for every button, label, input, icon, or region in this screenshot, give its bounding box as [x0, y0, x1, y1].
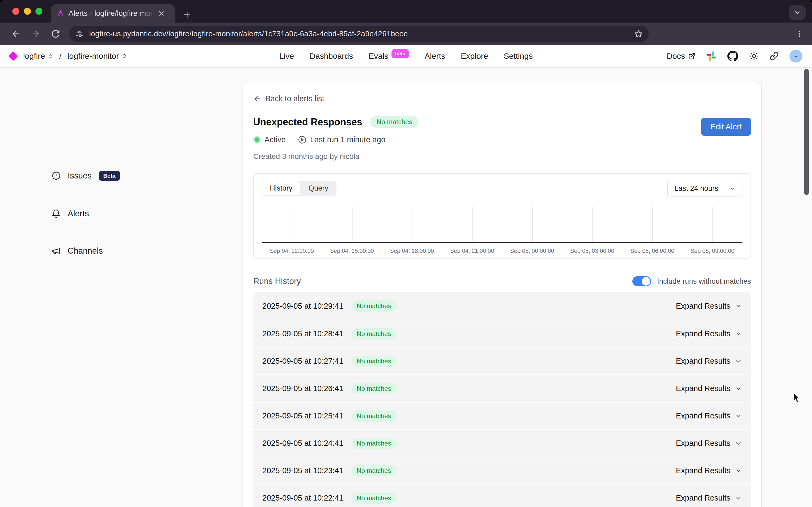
share-link-icon[interactable] — [770, 52, 779, 61]
chevrons-up-down-icon — [48, 53, 53, 59]
run-timestamp: 2025-09-05 at 10:24:41 — [262, 439, 343, 448]
docs-link[interactable]: Docs — [667, 52, 696, 61]
status-row: Active Last run 1 minute ago — [253, 135, 751, 144]
reload-button[interactable] — [47, 25, 64, 43]
expand-results-button[interactable]: Expand Results — [676, 466, 742, 475]
last-run-label: Last run 1 minute ago — [310, 135, 386, 144]
site-info-icon[interactable] — [75, 30, 84, 38]
run-timestamp: 2025-09-05 at 10:23:41 — [262, 466, 343, 475]
expand-results-button[interactable]: Expand Results — [676, 384, 742, 393]
project-selector[interactable]: logfire-monitor — [67, 52, 127, 61]
user-avatar[interactable]: - — [790, 50, 802, 62]
include-runs-toggle[interactable] — [632, 276, 651, 286]
browser-tab-strip: Alerts · logfire/logfire-monitor — [0, 0, 812, 22]
created-by-text: Created 3 months ago by nicola — [253, 152, 751, 161]
run-no-matches-badge: No matches — [351, 465, 396, 476]
topbar-right: Docs - — [667, 50, 802, 62]
time-range-select[interactable]: Last 24 hours — [667, 181, 743, 196]
active-status-dot — [253, 136, 261, 144]
arrow-left-icon — [253, 95, 261, 103]
panel-controls: History Query Last 24 hours — [254, 174, 751, 196]
run-no-matches-badge: No matches — [351, 300, 396, 312]
chevron-down-icon — [735, 440, 742, 447]
expand-results-button[interactable]: Expand Results — [676, 357, 742, 365]
alert-title: Unexpected Responses — [253, 116, 362, 128]
include-runs-toggle-group: Include runs without matches — [632, 276, 751, 286]
scrollbar-thumb[interactable] — [804, 69, 809, 195]
issues-beta-badge: Beta — [99, 171, 120, 181]
forward-button[interactable] — [27, 25, 45, 43]
chevron-down-icon — [735, 302, 742, 309]
run-row: 2025-09-05 at 10:24:41 No matches Expand… — [253, 429, 751, 457]
megaphone-icon — [52, 246, 61, 256]
chart-x-axis-labels: Sep 04, 12:00:00 Sep 04, 15:00:00 Sep 04… — [262, 248, 743, 256]
chevrons-up-down-icon — [121, 53, 127, 59]
expand-results-button[interactable]: Expand Results — [676, 329, 742, 338]
run-no-matches-badge: No matches — [351, 328, 396, 340]
logfire-logo-icon — [8, 51, 18, 61]
tab-search-button[interactable] — [789, 5, 806, 20]
play-circle-icon — [298, 135, 306, 144]
external-link-icon — [688, 53, 696, 60]
slack-icon[interactable] — [706, 51, 716, 61]
new-tab-button[interactable] — [183, 11, 191, 19]
nav-explore[interactable]: Explore — [461, 52, 488, 61]
history-chart — [262, 207, 743, 243]
back-button[interactable] — [7, 25, 25, 43]
traffic-lights — [12, 8, 42, 15]
project-name: logfire-monitor — [67, 52, 119, 61]
chevron-down-icon — [735, 330, 742, 337]
nav-dashboards[interactable]: Dashboards — [310, 52, 353, 61]
nav-evals[interactable]: Evalsbeta — [369, 52, 409, 61]
browser-menu-button[interactable] — [795, 30, 803, 38]
chevron-down-icon — [794, 9, 801, 16]
expand-results-button[interactable]: Expand Results — [676, 494, 742, 502]
github-icon[interactable] — [727, 50, 739, 62]
tab-query[interactable]: Query — [301, 181, 336, 196]
run-no-matches-badge: No matches — [351, 410, 396, 421]
evals-beta-badge: beta — [391, 49, 409, 58]
theme-sun-icon[interactable] — [749, 51, 759, 61]
chevron-down-icon — [735, 412, 742, 419]
run-no-matches-badge: No matches — [351, 493, 396, 504]
run-row: 2025-09-05 at 10:26:41 No matches Expand… — [253, 375, 751, 402]
url-text[interactable]: logfire-us.pydantic.dev/logfire/logfire-… — [89, 30, 629, 38]
app-topbar: logfire / logfire-monitor Live Dashboard… — [0, 45, 812, 68]
expand-results-button[interactable]: Expand Results — [676, 411, 742, 420]
sidebar-item-label: Channels — [68, 246, 103, 256]
browser-toolbar: logfire-us.pydantic.dev/logfire/logfire-… — [0, 22, 812, 45]
close-tab-icon[interactable] — [158, 10, 165, 17]
org-name: logfire — [23, 52, 45, 61]
expand-results-button[interactable]: Expand Results — [676, 439, 742, 448]
breadcrumb: logfire / logfire-monitor — [10, 52, 127, 61]
run-row: 2025-09-05 at 10:25:41 No matches Expand… — [253, 402, 751, 429]
sidebar-item-channels[interactable]: Channels — [52, 246, 103, 256]
sidebar-item-alerts[interactable]: Alerts — [52, 209, 89, 219]
org-selector[interactable]: logfire — [23, 52, 53, 61]
run-timestamp: 2025-09-05 at 10:26:41 — [262, 384, 343, 393]
zoom-window-button[interactable] — [36, 8, 42, 15]
run-row: 2025-09-05 at 10:23:41 No matches Expand… — [253, 457, 751, 484]
back-to-alerts-link[interactable]: Back to alerts list — [253, 94, 751, 103]
close-window-button[interactable] — [12, 8, 19, 15]
nav-alerts[interactable]: Alerts — [425, 52, 445, 61]
active-status: Active — [253, 135, 286, 144]
nav-live[interactable]: Live — [279, 52, 294, 61]
issue-alert-icon — [52, 171, 61, 180]
bookmark-star-icon[interactable] — [634, 30, 643, 38]
run-no-matches-badge: No matches — [351, 438, 396, 449]
browser-tab-active[interactable]: Alerts · logfire/logfire-monitor — [51, 4, 175, 22]
edit-alert-button[interactable]: Edit Alert — [701, 118, 751, 136]
runs-list: 2025-09-05 at 10:29:41 No matches Expand… — [253, 292, 751, 507]
sidebar-item-label: Alerts — [68, 209, 89, 219]
sidebar-item-issues[interactable]: Issues Beta — [52, 171, 120, 181]
expand-results-button[interactable]: Expand Results — [676, 302, 742, 311]
minimize-window-button[interactable] — [24, 8, 31, 15]
tab-history[interactable]: History — [262, 181, 301, 196]
address-bar[interactable]: logfire-us.pydantic.dev/logfire/logfire-… — [69, 26, 649, 42]
nav-settings[interactable]: Settings — [504, 52, 533, 61]
time-range-value: Last 24 hours — [674, 184, 718, 193]
page-body: Issues Beta Alerts Channels Back to aler… — [0, 68, 812, 507]
chevron-down-icon — [729, 185, 736, 192]
run-timestamp: 2025-09-05 at 10:25:41 — [262, 411, 343, 420]
